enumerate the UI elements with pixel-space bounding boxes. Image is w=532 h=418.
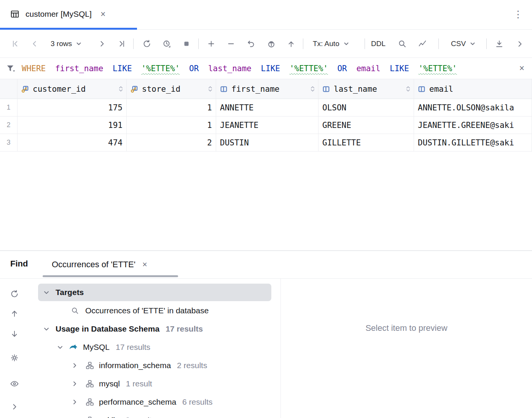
data-grid: customer_id store_id first_name <box>0 79 532 152</box>
data-editor-toolbar: 3 rows <box>0 30 532 58</box>
cell-first-name[interactable]: ANNETTE <box>216 99 319 116</box>
cell-last-name[interactable]: GREENE <box>319 116 414 134</box>
grid-corner[interactable] <box>0 79 18 99</box>
tree-row-schema[interactable]: mysql 1 result <box>30 375 280 393</box>
tab-customer-mysql[interactable]: customer [MySQL] × <box>5 0 110 28</box>
column-header-last-name[interactable]: last_name <box>319 79 414 99</box>
cell-store-id[interactable]: 1 <box>127 116 216 134</box>
schedule-refresh-button[interactable] <box>160 37 174 51</box>
sql-token-keyword: LIKE <box>113 64 132 73</box>
sort-icon[interactable] <box>118 86 123 92</box>
sql-token-keyword: OR <box>337 64 347 73</box>
export-format-dropdown[interactable]: CSV <box>451 37 476 51</box>
tree-row-target-item[interactable]: Occurrences of 'ETTE' in database <box>30 302 280 320</box>
push-button[interactable] <box>284 37 298 51</box>
ddl-label: DDL <box>371 40 385 48</box>
preview-eye-icon[interactable] <box>10 379 19 388</box>
chevron-right-icon[interactable] <box>71 380 78 388</box>
gear-icon[interactable] <box>10 353 19 362</box>
cell-first-name[interactable]: DUSTIN <box>216 134 319 152</box>
find-tab-occurrences[interactable]: Occurrences of 'ETTE' × <box>52 251 147 278</box>
column-header-store-id[interactable]: store_id <box>127 79 216 99</box>
column-header-customer-id[interactable]: customer_id <box>18 79 127 99</box>
chevron-right-icon[interactable] <box>71 398 78 406</box>
transaction-mode-dropdown[interactable]: Tx: Auto <box>313 37 350 51</box>
cell-last-name[interactable]: OLSON <box>319 99 414 116</box>
tree-node-count: 1 result <box>126 379 152 388</box>
cell-customer-id[interactable]: 474 <box>18 134 127 152</box>
tree-row-schema[interactable]: information_schema 2 results <box>30 356 280 375</box>
tree-row-schema[interactable]: sakila 8 results <box>30 411 280 418</box>
chart-button[interactable] <box>416 37 429 51</box>
download-button[interactable] <box>492 37 506 51</box>
chevron-right-icon[interactable] <box>71 416 78 418</box>
next-page-button[interactable] <box>95 37 109 51</box>
tree-node-label: information_schema <box>99 361 171 370</box>
revert-button[interactable] <box>244 37 258 51</box>
refresh-button[interactable] <box>140 37 154 51</box>
filter-row: WHERE first_name LIKE '%ETTE%' OR last_n… <box>0 58 532 79</box>
tab-close-icon[interactable]: × <box>100 10 105 19</box>
sql-token-keyword: LIKE <box>261 64 280 73</box>
last-page-button[interactable] <box>115 37 129 51</box>
tree-row-schema[interactable]: performance_schema 6 results <box>30 393 280 411</box>
toolbar-separator <box>438 38 439 49</box>
add-row-button[interactable] <box>204 37 218 51</box>
row-number[interactable]: 3 <box>0 134 18 152</box>
filter-close-icon[interactable]: × <box>519 64 524 73</box>
cell-customer-id[interactable]: 191 <box>18 116 127 134</box>
find-tab-close-icon[interactable]: × <box>142 260 147 269</box>
row-number[interactable]: 2 <box>0 116 18 134</box>
cell-store-id[interactable]: 1 <box>127 99 216 116</box>
previous-page-button[interactable] <box>28 37 41 51</box>
chevron-down-icon[interactable] <box>43 325 50 333</box>
cell-store-id[interactable]: 2 <box>127 134 216 152</box>
ddl-button[interactable]: DDL <box>371 37 385 51</box>
page-size-label: 3 rows <box>51 40 72 48</box>
column-header-first-name[interactable]: first_name <box>216 79 319 99</box>
rerun-search-button[interactable] <box>10 289 19 298</box>
tree-row-targets[interactable]: Targets <box>30 283 280 302</box>
cell-last-name[interactable]: GILLETTE <box>319 134 414 152</box>
column-name: first_name <box>231 85 279 94</box>
toolbar-separator <box>365 38 365 49</box>
column-header-email[interactable]: email <box>414 79 532 99</box>
first-page-button[interactable] <box>8 37 22 51</box>
cell-first-name[interactable]: JEANETTE <box>216 116 319 134</box>
stop-button[interactable] <box>180 37 193 51</box>
search-button[interactable] <box>395 37 409 51</box>
toolbar-separator <box>198 38 199 49</box>
page-size-dropdown[interactable]: 3 rows <box>51 37 82 51</box>
export-format-label: CSV <box>451 40 466 48</box>
cell-email[interactable]: JEANETTE.GREENE@saki <box>414 116 532 134</box>
tree-group-label: Targets <box>56 288 84 297</box>
chevron-right-icon[interactable] <box>71 362 78 369</box>
preview-splitter[interactable] <box>280 279 281 418</box>
next-occurrence-button[interactable] <box>10 329 19 338</box>
tree-node-label: sakila <box>99 416 119 418</box>
where-filter-input[interactable]: WHERE first_name LIKE '%ETTE%' OR last_n… <box>22 64 519 73</box>
find-panel-header: Find Occurrences of 'ETTE' × <box>0 250 532 279</box>
submit-button[interactable] <box>264 37 278 51</box>
more-options-icon[interactable]: ⋮ <box>513 10 523 19</box>
cell-customer-id[interactable]: 175 <box>18 99 127 116</box>
cell-email[interactable]: DUSTIN.GILLETTE@saki <box>414 134 532 152</box>
chevron-down-icon[interactable] <box>56 343 64 351</box>
sort-icon[interactable] <box>310 86 315 92</box>
sort-icon[interactable] <box>406 86 411 92</box>
delete-row-button[interactable] <box>224 37 238 51</box>
sort-icon[interactable] <box>208 86 213 92</box>
chevron-down-icon[interactable] <box>43 289 50 296</box>
schema-icon <box>85 397 94 407</box>
tree-row-mysql-dialect[interactable]: MySQL 17 results <box>30 338 280 356</box>
previous-occurrence-button[interactable] <box>10 309 19 318</box>
more-toolbar-chevron[interactable] <box>513 37 527 51</box>
tree-row-usage-group[interactable]: Usage in Database Schema 17 results <box>30 320 280 338</box>
expand-toolbar-chevron[interactable] <box>10 402 19 411</box>
filter-icon[interactable] <box>6 64 16 73</box>
toolbar-separator <box>303 38 303 49</box>
find-tool-window-title[interactable]: Find <box>10 259 28 269</box>
cell-email[interactable]: ANNETTE.OLSON@sakila <box>414 99 532 116</box>
tree-node-count: 2 results <box>177 361 207 370</box>
row-number[interactable]: 1 <box>0 99 18 116</box>
